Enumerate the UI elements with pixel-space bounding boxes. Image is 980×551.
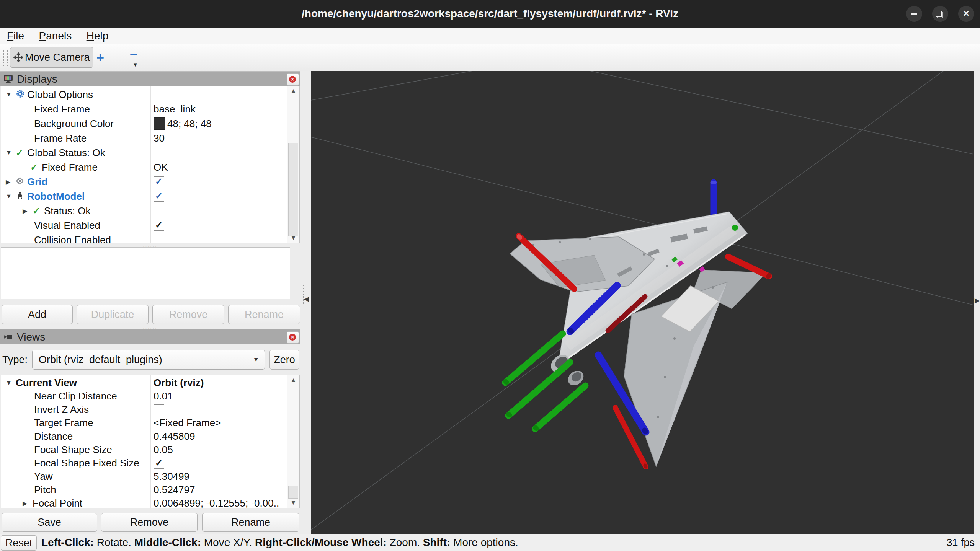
invert-z-checkbox[interactable] [154, 404, 164, 415]
robotmodel-enabled-checkbox[interactable]: ✓ [154, 191, 164, 202]
row-grid[interactable]: ▶ Grid ✓ [1, 174, 299, 189]
row-fixed-frame[interactable]: Fixed Frame base_link [1, 102, 299, 116]
row-robotmodel[interactable]: ▼ RobotModel ✓ [1, 189, 299, 204]
views-close-button[interactable]: × [287, 331, 299, 344]
3d-viewport[interactable] [311, 71, 974, 534]
row-invert-z[interactable]: Invert Z Axis [1, 403, 299, 416]
status-ok-icon: ✓ [33, 205, 44, 216]
expander-open-icon[interactable]: ▼ [6, 149, 16, 156]
displays-scrollbar[interactable]: ▲ ▼ [287, 86, 299, 243]
scroll-down-icon[interactable]: ▼ [287, 499, 299, 507]
row-label: Pitch [34, 484, 56, 496]
collision-enabled-checkbox[interactable] [154, 235, 164, 243]
splitter-collapse-left-icon[interactable]: ◀ [304, 295, 309, 303]
rename-display-button[interactable]: Rename [228, 305, 300, 324]
duplicate-display-button[interactable]: Duplicate [77, 305, 149, 324]
row-yaw[interactable]: Yaw 5.30499 [1, 470, 299, 483]
zero-button[interactable]: Zero [270, 350, 299, 370]
close-button[interactable]: × [958, 6, 974, 22]
row-frame-rate[interactable]: Frame Rate 30 [1, 131, 299, 145]
expander-open-icon[interactable]: ▼ [6, 380, 16, 386]
row-label: Focal Shape Size [34, 444, 112, 456]
row-global-status[interactable]: ▼ ✓ Global Status: Ok [1, 145, 299, 160]
splitter-collapse-right-icon[interactable]: ▶ [975, 297, 980, 305]
color-swatch[interactable] [154, 117, 165, 130]
maximize-button[interactable] [932, 6, 948, 22]
view-type-combobox[interactable]: Orbit (rviz_default_plugins) ▼ [32, 350, 265, 370]
scroll-up-icon[interactable]: ▲ [287, 87, 299, 95]
panel-viewport-splitter[interactable]: ◀ [300, 71, 311, 534]
row-focal-shape-fixed[interactable]: Focal Shape Fixed Size ✓ [1, 456, 299, 470]
remove-tool-button[interactable]: − [128, 46, 139, 63]
displays-close-button[interactable]: × [287, 73, 299, 86]
left-panel-column: Displays × ▼ Global Options [0, 71, 300, 534]
row-robot-status[interactable]: ▶ ✓ Status: Ok [1, 204, 299, 218]
remove-display-button[interactable]: Remove [152, 305, 224, 324]
row-global-options[interactable]: ▼ Global Options [1, 87, 299, 102]
menu-file[interactable]: File [7, 28, 24, 44]
menu-panels[interactable]: Panels [39, 28, 72, 44]
rename-view-button[interactable]: Rename [202, 513, 299, 532]
target-frame-value[interactable]: <Fixed Frame> [154, 417, 221, 429]
row-focal-point[interactable]: ▶ Focal Point 0.0064899; -0.12555; -0.00… [1, 497, 299, 508]
reset-button[interactable]: Reset [1, 535, 37, 551]
right-edge-splitter[interactable]: ▶ [974, 71, 980, 534]
row-visual-enabled[interactable]: Visual Enabled ✓ [1, 218, 299, 233]
row-label: Global Options [27, 89, 93, 101]
focal-shape-fixed-checkbox[interactable]: ✓ [154, 458, 164, 469]
scroll-down-icon[interactable]: ▼ [287, 234, 299, 242]
status-value: OK [154, 161, 168, 173]
remove-tool-caret-icon[interactable]: ▼ [132, 61, 138, 68]
row-label: RobotModel [27, 191, 85, 202]
fixed-frame-value[interactable]: base_link [154, 103, 196, 115]
expander-closed-icon[interactable]: ▶ [23, 500, 33, 507]
fps-counter: 31 fps [946, 534, 975, 551]
expander-open-icon[interactable]: ▼ [6, 91, 16, 98]
visual-enabled-checkbox[interactable]: ✓ [154, 220, 164, 231]
remove-view-button[interactable]: Remove [101, 513, 198, 532]
pitch-value[interactable]: 0.524797 [154, 484, 195, 496]
displays-panel-header[interactable]: Displays × [0, 71, 300, 86]
frame-rate-value[interactable]: 30 [154, 132, 165, 144]
window-title: /home/chenyu/dartros2workspace/src/dart_… [0, 0, 980, 28]
row-collision-enabled[interactable]: Collision Enabled [1, 233, 299, 243]
expander-open-icon[interactable]: ▼ [6, 193, 16, 200]
row-current-view[interactable]: ▼ Current View Orbit (rviz) [1, 376, 299, 390]
status-bar: Reset Left-Click: Rotate. Middle-Click: … [0, 534, 980, 551]
grid-icon [16, 177, 27, 187]
row-focal-shape-size[interactable]: Focal Shape Size 0.05 [1, 443, 299, 456]
views-panel-header[interactable]: Views × [0, 329, 300, 344]
focal-shape-size-value[interactable]: 0.05 [154, 444, 173, 456]
toolbar-drag-handle[interactable] [3, 50, 8, 66]
row-near-clip[interactable]: Near Clip Distance 0.01 [1, 390, 299, 403]
row-background-color[interactable]: Background Color 48; 48; 48 [1, 116, 299, 131]
row-label: Status: Ok [44, 205, 90, 217]
yaw-value[interactable]: 5.30499 [154, 471, 189, 483]
minimize-button[interactable] [906, 6, 922, 22]
row-label: Fixed Frame [42, 161, 98, 173]
row-pitch[interactable]: Pitch 0.524797 [1, 483, 299, 497]
views-scrollbar[interactable]: ▲ ▼ [287, 375, 299, 508]
near-clip-value[interactable]: 0.01 [154, 390, 173, 402]
add-tool-button[interactable]: + [94, 49, 106, 66]
expander-closed-icon[interactable]: ▶ [23, 207, 33, 215]
grid-enabled-checkbox[interactable]: ✓ [154, 176, 164, 187]
scrollbar-thumb[interactable] [288, 486, 298, 499]
row-label: Background Color [34, 118, 114, 130]
move-camera-tool-button[interactable]: Move Camera [10, 47, 93, 68]
background-color-value[interactable]: 48; 48; 48 [167, 118, 212, 130]
scroll-up-icon[interactable]: ▲ [287, 377, 299, 384]
focal-point-value[interactable]: 0.0064899; -0.12555; -0.00.. [154, 497, 279, 508]
add-display-button[interactable]: Add [2, 305, 73, 324]
title-bar[interactable]: /home/chenyu/dartros2workspace/src/dart_… [0, 0, 980, 28]
expander-closed-icon[interactable]: ▶ [6, 178, 16, 186]
views-close-icon: × [289, 334, 296, 341]
menu-help[interactable]: Help [87, 28, 109, 44]
row-distance[interactable]: Distance 0.445809 [1, 430, 299, 443]
row-status-fixed-frame[interactable]: ✓ Fixed Frame OK [1, 160, 299, 174]
distance-value[interactable]: 0.445809 [154, 430, 195, 442]
row-target-frame[interactable]: Target Frame <Fixed Frame> [1, 416, 299, 430]
gear-icon [16, 89, 27, 100]
scrollbar-thumb[interactable] [288, 143, 298, 236]
save-view-button[interactable]: Save [2, 513, 97, 532]
